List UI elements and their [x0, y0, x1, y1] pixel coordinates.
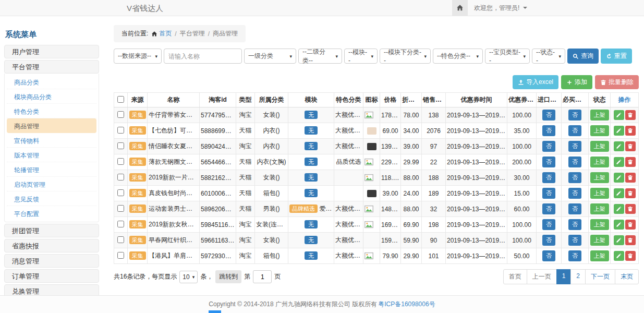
sidebar-section-user-mgmt[interactable]: 用户管理	[4, 45, 99, 58]
delete-button[interactable]	[625, 220, 636, 230]
pagination-next-button[interactable]: 下一页	[585, 269, 615, 284]
sidebar-item-promo-materials[interactable]: 宣传物料	[7, 133, 96, 148]
level1-category-select[interactable]: 一级分类▾	[244, 49, 296, 64]
sidebar-section-platform-mgmt[interactable]: 平台管理	[4, 60, 99, 74]
sidebar-item-splash-page-mgmt[interactable]: 启动页管理	[7, 177, 96, 191]
must-buy-toggle-button[interactable]: 否	[568, 219, 581, 230]
must-buy-toggle-button[interactable]: 否	[568, 203, 581, 214]
sidebar-item-carousel-mgmt[interactable]: 轮播管理	[7, 162, 96, 177]
status-button[interactable]: 上架	[590, 235, 609, 246]
delete-button[interactable]	[625, 235, 636, 245]
status-button[interactable]: 上架	[590, 125, 609, 136]
must-buy-toggle-button[interactable]: 否	[568, 141, 581, 152]
edit-button[interactable]	[614, 126, 624, 136]
module-select[interactable]: --模块--▾	[344, 49, 378, 64]
sidebar-item-platform-config[interactable]: 平台配置	[7, 206, 96, 221]
pagination-first-button[interactable]: 首页	[503, 269, 527, 284]
sidebar-item-version-mgmt[interactable]: 版本管理	[7, 148, 96, 162]
sidebar-item-module-goods-category[interactable]: 模块商品分类	[7, 89, 96, 104]
sidebar-section-message-mgmt[interactable]: 消息管理	[4, 254, 99, 268]
imported-toggle-button[interactable]: 否	[542, 110, 555, 121]
imported-toggle-button[interactable]: 否	[542, 188, 555, 199]
must-buy-toggle-button[interactable]: 否	[568, 250, 581, 261]
row-checkbox[interactable]	[117, 158, 124, 165]
sidebar-section-saving-news[interactable]: 省惠快报	[4, 239, 99, 252]
icp-link[interactable]: 粤ICP备16098006号	[378, 300, 435, 309]
edit-button[interactable]	[614, 220, 624, 230]
row-checkbox[interactable]	[117, 111, 124, 118]
imported-toggle-button[interactable]: 否	[542, 125, 555, 136]
status-button[interactable]: 上架	[590, 203, 609, 214]
search-button[interactable]: 查询	[567, 49, 599, 64]
pagination-last-button[interactable]: 末页	[615, 269, 639, 284]
imported-toggle-button[interactable]: 否	[542, 219, 555, 230]
must-buy-toggle-button[interactable]: 否	[568, 188, 581, 199]
module-subcategory-select[interactable]: --模块下分类--▾	[380, 49, 431, 64]
row-checkbox[interactable]	[117, 205, 124, 212]
status-button[interactable]: 上架	[590, 156, 609, 167]
status-button[interactable]: 上架	[590, 110, 609, 121]
level2-category-select[interactable]: --二级分类--▾	[298, 49, 342, 64]
breadcrumb-item-goods[interactable]: 商品管理	[213, 29, 238, 38]
batch-delete-button[interactable]: 批量删除	[595, 75, 639, 89]
imported-toggle-button[interactable]: 否	[542, 156, 555, 167]
sidebar-item-feature-category[interactable]: 特色分类	[7, 104, 96, 118]
imported-toggle-button[interactable]: 否	[542, 235, 555, 246]
imported-toggle-button[interactable]: 否	[542, 250, 555, 261]
status-button[interactable]: 上架	[590, 250, 609, 261]
edit-button[interactable]	[614, 204, 624, 214]
must-buy-toggle-button[interactable]: 否	[568, 125, 581, 136]
must-buy-toggle-button[interactable]: 否	[568, 235, 581, 246]
edit-button[interactable]	[614, 141, 624, 151]
status-select[interactable]: --状态--▾	[532, 49, 565, 64]
import-excel-button[interactable]: 导入excel	[513, 75, 558, 89]
row-checkbox[interactable]	[117, 236, 124, 243]
jump-page-input[interactable]	[253, 270, 272, 283]
edit-button[interactable]	[614, 173, 624, 183]
row-checkbox[interactable]	[117, 252, 124, 259]
delete-button[interactable]	[625, 188, 636, 198]
edit-button[interactable]	[614, 110, 624, 120]
status-button[interactable]: 上架	[590, 141, 609, 152]
status-button[interactable]: 上架	[590, 172, 609, 183]
item-type-select[interactable]: --宝贝类型--▾	[485, 49, 530, 64]
row-checkbox[interactable]	[117, 127, 124, 134]
breadcrumb-home-link[interactable]: 首页	[151, 29, 172, 38]
user-menu[interactable]: 欢迎您，管理员!	[468, 0, 533, 16]
sidebar-item-goods-mgmt[interactable]: 商品管理	[7, 118, 96, 133]
pagination-page-2-button[interactable]: 2	[570, 269, 586, 284]
sidebar-section-group-buy-mgmt[interactable]: 拼团管理	[4, 224, 99, 237]
delete-button[interactable]	[625, 173, 636, 183]
pagination-page-1-button[interactable]: 1	[556, 269, 572, 284]
row-checkbox[interactable]	[117, 142, 124, 149]
row-checkbox[interactable]	[117, 174, 124, 180]
row-checkbox[interactable]	[117, 221, 124, 227]
delete-button[interactable]	[625, 141, 636, 151]
edit-button[interactable]	[614, 157, 624, 167]
pagination-prev-button[interactable]: 上一页	[527, 269, 557, 284]
edit-button[interactable]	[614, 235, 624, 245]
data-source-select[interactable]: --数据来源--▾	[114, 49, 162, 64]
page-size-select[interactable]: 10▾	[179, 271, 198, 283]
sidebar-item-feedback[interactable]: 意见反馈	[7, 191, 96, 206]
breadcrumb-item-platform[interactable]: 平台管理	[180, 29, 205, 38]
edit-button[interactable]	[614, 188, 624, 198]
delete-button[interactable]	[625, 204, 636, 214]
status-button[interactable]: 上架	[590, 188, 609, 199]
imported-toggle-button[interactable]: 否	[542, 141, 555, 152]
must-buy-toggle-button[interactable]: 否	[568, 156, 581, 167]
reset-button[interactable]: 重置	[601, 49, 632, 64]
imported-toggle-button[interactable]: 否	[542, 172, 555, 183]
delete-button[interactable]	[625, 126, 636, 136]
imported-toggle-button[interactable]: 否	[542, 203, 555, 214]
row-checkbox[interactable]	[117, 189, 124, 196]
add-button[interactable]: 添加	[561, 75, 592, 89]
jump-button[interactable]: 跳转到	[215, 270, 241, 283]
sidebar-item-goods-category[interactable]: 商品分类	[7, 75, 96, 89]
delete-button[interactable]	[625, 157, 636, 167]
home-nav-button[interactable]	[452, 0, 468, 16]
sidebar-section-order-mgmt[interactable]: 订单管理	[4, 269, 99, 283]
delete-button[interactable]	[625, 110, 636, 120]
feature-category-select[interactable]: --特色分类--▾	[433, 49, 483, 64]
must-buy-toggle-button[interactable]: 否	[568, 110, 581, 121]
